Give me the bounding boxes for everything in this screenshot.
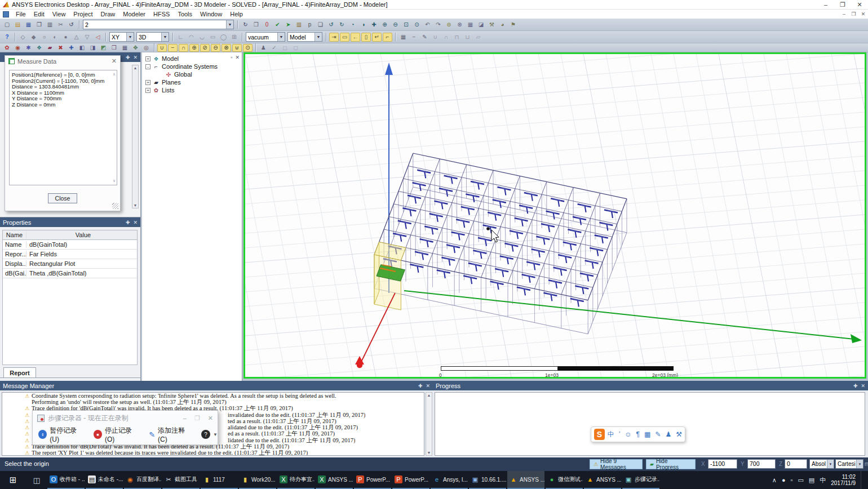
taskbar-ie-ansys[interactable]: e Ansys, I... [431, 471, 468, 489]
tray-lang-icon[interactable]: 中 [820, 476, 826, 484]
boolean-stitch-icon[interactable]: ⊎ [232, 44, 242, 52]
ime-emoji-icon[interactable]: ☺ [625, 430, 631, 438]
taskbar-clock[interactable]: 11:02 2017/11/9 [831, 474, 856, 486]
measure-mode-icon[interactable]: ⊗ [455, 20, 464, 29]
child-minimize-button[interactable]: – [839, 11, 849, 17]
move-faces-icon[interactable]: ◩ [99, 44, 108, 52]
select-object-icon[interactable]: ◇ [18, 33, 28, 42]
drawing-plane-combobox[interactable]: XY ▼ [109, 32, 134, 42]
close-icon[interactable]: ✕ [112, 57, 117, 65]
taskbar-untitled-doc[interactable]: ▤ 未命名 -... [86, 471, 123, 489]
start-button[interactable]: ⊞ [0, 471, 26, 489]
detach-icon[interactable]: ✖ [56, 44, 65, 52]
align-face-icon[interactable]: ▭ [340, 33, 349, 42]
close-dialog-button[interactable]: Close [48, 193, 77, 203]
stop-recording-button[interactable]: ■ 停止记录(O) [94, 426, 140, 443]
chevron-down-icon[interactable]: ▼ [315, 33, 322, 41]
plane-clip-icon[interactable]: ◪ [476, 20, 486, 29]
cover-icon[interactable]: ◧ [77, 44, 87, 52]
menu-item[interactable]: File [12, 11, 30, 17]
taskbar-firefox[interactable]: ◉ 百度翻译... [124, 471, 161, 489]
show-desktop-button[interactable] [861, 471, 863, 489]
duplicate-icon[interactable]: ❒ [109, 44, 119, 52]
close-icon[interactable]: ✕ [235, 55, 240, 60]
ime-punctuation-icon[interactable]: ’ [619, 430, 621, 438]
solve-icon[interactable]: ⚒ [487, 20, 497, 29]
save-icon[interactable]: ▦ [24, 20, 33, 29]
child-restore-button[interactable]: ❐ [849, 11, 858, 17]
model-mode-combobox[interactable]: Model ▼ [287, 32, 322, 42]
scroll-down-icon[interactable]: ▼ [134, 203, 138, 207]
sogou-logo-icon[interactable]: S [594, 429, 605, 440]
redo-view-icon[interactable]: ↷ [433, 20, 443, 29]
copy-icon[interactable]: ❐ [34, 20, 44, 29]
draw-rect-icon[interactable]: ▭ [208, 33, 218, 42]
scroll-up-icon[interactable]: ▲ [134, 66, 138, 70]
draw-arc-icon[interactable]: ◠ [187, 33, 196, 42]
chevron-down-icon[interactable]: ▼ [213, 432, 218, 437]
message-row[interactable]: ⚠ The report 'XY Plot 1' was deleted bec… [2, 450, 424, 456]
sweep-icon[interactable]: ✿ [2, 44, 12, 52]
chevron-down-icon[interactable]: ▼ [277, 33, 285, 41]
minimize-button[interactable]: – [183, 415, 187, 422]
align-min-icon[interactable]: ⇥ [329, 33, 339, 42]
tray-message-icon[interactable]: ▤ [809, 477, 814, 484]
grid-settings-icon[interactable]: ▦ [466, 20, 475, 29]
restore-button[interactable]: ❐ [194, 415, 200, 422]
close-button[interactable]: ✕ [851, 1, 868, 8]
close-icon[interactable]: ✕ [426, 383, 430, 389]
ime-voice-icon[interactable]: ¶ [636, 430, 640, 438]
expander-icon[interactable]: + [145, 88, 150, 93]
spin-icon[interactable]: ◑ [358, 20, 368, 29]
message-scrollbar[interactable]: ▲ ▼ [426, 392, 432, 456]
taskbar-steps-recorder[interactable]: ▣ 步骤记录... [622, 471, 659, 489]
copy-image-icon[interactable]: ❏ [316, 20, 325, 29]
tree-item[interactable]: + ▰ Planes [142, 78, 242, 86]
results-icon[interactable]: ▥ [294, 20, 304, 29]
taskbar-remote-desktop[interactable]: ▣ 10.66.1.... [469, 471, 506, 489]
scale-icon[interactable]: ✥ [131, 44, 140, 52]
menu-item[interactable]: Help [226, 11, 247, 17]
analyze-icon[interactable]: ➤ [284, 20, 293, 29]
help-button[interactable]: ? ▼ [201, 430, 218, 439]
property-value[interactable]: Rectangular Plot [26, 260, 137, 267]
ime-toolbox-icon[interactable]: ⚒ [676, 430, 682, 438]
rotate-icon[interactable]: ▽ [82, 33, 92, 42]
boolean-heal-icon[interactable]: ⊙ [243, 44, 253, 52]
modeler-canvas[interactable] [245, 54, 865, 377]
offset-icon[interactable]: ◎ [141, 44, 151, 52]
pan-icon[interactable]: ✚ [369, 20, 379, 29]
grid-plane-icon[interactable]: ▦ [398, 33, 408, 42]
check-model-icon[interactable]: ✓ [269, 44, 279, 52]
validate-icon[interactable]: ✔ [273, 20, 282, 29]
pin-icon[interactable]: ✚ [126, 220, 130, 225]
hide-messages-button[interactable]: ⚠ Hide 9 Messages [590, 459, 643, 469]
help-icon[interactable]: ? [2, 33, 12, 42]
zoom-in-icon[interactable]: ⊕ [380, 20, 389, 29]
close-icon[interactable]: ✕ [861, 383, 865, 389]
pin-icon[interactable]: ✚ [126, 55, 130, 60]
boolean-subtract-icon[interactable]: − [168, 44, 178, 52]
blank-icon-2[interactable]: ◻ [291, 44, 300, 52]
expander-icon[interactable] [158, 72, 163, 77]
rotate-view-icon[interactable]: ↺ [326, 20, 336, 29]
ime-skin-icon[interactable]: ♟ [665, 430, 671, 438]
align-left-icon[interactable]: ← [351, 33, 360, 42]
pick-icon[interactable]: ✎ [420, 33, 429, 42]
hide-progress-button[interactable]: ▰ Hide Progress [646, 459, 696, 469]
taskbar-powerpoint-2[interactable]: P PowerP... [392, 471, 429, 489]
ime-chinese-icon[interactable]: 中 [608, 430, 614, 439]
expander-icon[interactable]: + [145, 56, 150, 61]
optimetrics-icon[interactable]: p [305, 20, 315, 29]
menu-item[interactable]: Draw [97, 11, 119, 17]
scroll-down-icon[interactable]: ▼ [427, 451, 431, 455]
z-coordinate-input[interactable]: 0 [785, 459, 807, 469]
menu-item[interactable]: Window [196, 11, 226, 17]
restore-button[interactable]: ❐ [834, 1, 851, 8]
ime-keyboard-icon[interactable]: ▦ [644, 430, 650, 438]
revolve-icon[interactable]: ◉ [13, 44, 23, 52]
select-vertex-icon[interactable]: ◐ [50, 33, 60, 42]
select-multi-icon[interactable]: ● [61, 33, 70, 42]
tray-expand-icon[interactable]: ∧ [772, 477, 777, 484]
child-close-button[interactable]: ✕ [858, 11, 868, 17]
